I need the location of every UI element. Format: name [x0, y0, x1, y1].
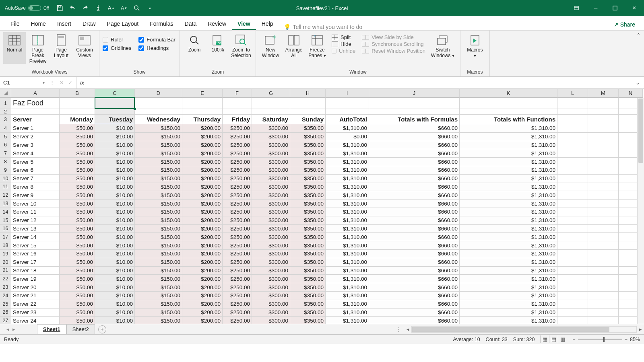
minimize-button[interactable]: ─: [586, 0, 605, 16]
cell[interactable]: $1,310.00: [460, 175, 557, 183]
cell[interactable]: [557, 109, 588, 115]
cell[interactable]: $1,310.00: [460, 250, 557, 258]
cell[interactable]: $150.00: [135, 283, 182, 292]
cell[interactable]: $300.00: [252, 250, 290, 258]
cell[interactable]: [557, 208, 588, 216]
expand-formula-bar-icon[interactable]: ⌄: [632, 80, 644, 86]
close-button[interactable]: ✕: [625, 0, 644, 16]
cell[interactable]: $660.00: [369, 300, 460, 309]
cell[interactable]: [557, 141, 588, 150]
cell[interactable]: [588, 149, 619, 158]
cell[interactable]: [60, 109, 95, 115]
cell[interactable]: $150.00: [135, 309, 182, 317]
cell[interactable]: [557, 115, 588, 124]
cell[interactable]: $300.00: [252, 275, 290, 283]
cell[interactable]: [557, 216, 588, 225]
cell[interactable]: $1,310.00: [460, 124, 557, 133]
cell[interactable]: $1,310.00: [460, 216, 557, 225]
cell[interactable]: $1,310.00: [460, 141, 557, 150]
cell[interactable]: $10.00: [95, 141, 135, 150]
cell[interactable]: $350.00: [290, 208, 326, 216]
cell[interactable]: $250.00: [223, 300, 252, 309]
cell[interactable]: $150.00: [135, 191, 182, 200]
enter-formula-icon[interactable]: ✓: [68, 80, 72, 86]
row-header[interactable]: 21: [0, 267, 11, 275]
cell[interactable]: $200.00: [182, 258, 223, 267]
cell[interactable]: $350.00: [290, 216, 326, 225]
cell[interactable]: [588, 191, 619, 200]
row-header[interactable]: 17: [0, 233, 11, 241]
cell[interactable]: $300.00: [252, 300, 290, 309]
column-header[interactable]: I: [326, 89, 369, 98]
cell[interactable]: $50.00: [60, 300, 95, 309]
cell[interactable]: Server 22: [11, 300, 60, 309]
cell[interactable]: $150.00: [135, 267, 182, 275]
cell[interactable]: $300.00: [252, 200, 290, 208]
cell[interactable]: Tuesday: [95, 115, 135, 124]
cell[interactable]: [557, 267, 588, 275]
cell[interactable]: $10.00: [95, 275, 135, 283]
cell[interactable]: [326, 98, 369, 109]
cell[interactable]: $1,310.00: [326, 149, 369, 158]
scrollbar-thumb[interactable]: [412, 327, 609, 332]
cell[interactable]: $150.00: [135, 250, 182, 258]
cell[interactable]: $660.00: [369, 141, 460, 150]
zoom-button[interactable]: Zoom: [183, 32, 206, 59]
hscroll-right-icon[interactable]: ▸: [637, 326, 644, 332]
cell[interactable]: Server 20: [11, 283, 60, 292]
column-headers[interactable]: ABCDEFGHIJKLMN: [11, 89, 637, 98]
cell[interactable]: $1,310.00: [326, 216, 369, 225]
qat-customize-icon[interactable]: ▾: [146, 4, 153, 12]
cell[interactable]: [557, 275, 588, 283]
row-header[interactable]: 7: [0, 149, 11, 158]
cell[interactable]: $1,310.00: [326, 124, 369, 133]
cell[interactable]: [290, 109, 326, 115]
cell[interactable]: $50.00: [60, 216, 95, 225]
tab-home[interactable]: Home: [25, 17, 52, 30]
split-button[interactable]: Split: [332, 34, 355, 41]
tell-me-input[interactable]: [293, 24, 390, 30]
cell[interactable]: $150.00: [135, 317, 182, 324]
cell[interactable]: $50.00: [60, 200, 95, 208]
macros-button[interactable]: Macros▾: [464, 32, 486, 59]
sheet-tab[interactable]: Sheet1: [37, 324, 66, 334]
cell[interactable]: Server 3: [11, 141, 60, 150]
maximize-button[interactable]: [605, 0, 625, 16]
ribbon-display-options-icon[interactable]: [567, 0, 586, 16]
cell[interactable]: $150.00: [135, 166, 182, 175]
cell[interactable]: $150.00: [135, 183, 182, 191]
cell[interactable]: Server 23: [11, 309, 60, 317]
cell[interactable]: $200.00: [182, 309, 223, 317]
cell[interactable]: $150.00: [135, 208, 182, 216]
tab-page-layout[interactable]: Page Layout: [101, 17, 144, 30]
arrange-all-button[interactable]: ArrangeAll: [283, 32, 305, 59]
cell[interactable]: [588, 200, 619, 208]
cell[interactable]: $1,310.00: [326, 158, 369, 166]
cell[interactable]: $300.00: [252, 258, 290, 267]
cell[interactable]: $1,310.00: [326, 250, 369, 258]
cell[interactable]: $1,310.00: [460, 208, 557, 216]
cell[interactable]: $200.00: [182, 267, 223, 275]
cell[interactable]: Sunday: [290, 115, 326, 124]
tab-data[interactable]: Data: [179, 17, 202, 30]
cell[interactable]: $50.00: [60, 208, 95, 216]
cell[interactable]: $150.00: [135, 133, 182, 141]
cell[interactable]: $1,310.00: [460, 309, 557, 317]
cell[interactable]: $10.00: [95, 250, 135, 258]
cell[interactable]: $660.00: [369, 149, 460, 158]
cell[interactable]: $660.00: [369, 233, 460, 241]
cell[interactable]: $660.00: [369, 309, 460, 317]
cell[interactable]: $660.00: [369, 158, 460, 166]
cell[interactable]: $150.00: [135, 233, 182, 241]
cell[interactable]: $10.00: [95, 183, 135, 191]
vertical-scrollbar[interactable]: [637, 98, 644, 324]
cell[interactable]: [557, 233, 588, 241]
cell[interactable]: $50.00: [60, 191, 95, 200]
new-window-button[interactable]: NewWindow: [259, 32, 282, 59]
cell[interactable]: [588, 175, 619, 183]
cell[interactable]: Server 7: [11, 175, 60, 183]
row-header[interactable]: 23: [0, 283, 11, 292]
cell[interactable]: Server 10: [11, 200, 60, 208]
cell[interactable]: $10.00: [95, 175, 135, 183]
cell[interactable]: $200.00: [182, 292, 223, 300]
